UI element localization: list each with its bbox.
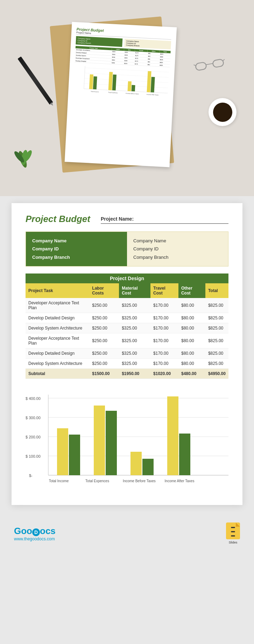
subtotal-travel: $1020.00 bbox=[150, 369, 178, 379]
project-name-line bbox=[101, 223, 228, 224]
mini-company-right: Company NameCompany IDCompany Branch bbox=[124, 39, 171, 49]
svg-line-21 bbox=[193, 64, 195, 66]
mini-table: Project Task Labor Mat. Travel Other Tot… bbox=[75, 46, 171, 67]
svg-rect-43 bbox=[130, 452, 142, 475]
table-row: Develop Detailed Design $250.00 $325.00 … bbox=[26, 348, 228, 359]
project-design-header: Project Design bbox=[26, 273, 228, 283]
svg-rect-11 bbox=[132, 85, 135, 91]
budget-table: Project Task Labor Costs Material Cost T… bbox=[26, 283, 228, 379]
top-decorative-section: Project Budget Project Name Company Name… bbox=[0, 0, 254, 196]
svg-rect-45 bbox=[167, 396, 178, 475]
company-branch-right: Company Branch bbox=[133, 253, 222, 261]
cell-material: $325.00 bbox=[119, 298, 150, 313]
svg-text:Total Income: Total Income bbox=[91, 91, 99, 93]
gooddocs-url: www.thegoodocs.com bbox=[14, 536, 56, 541]
svg-line-0 bbox=[85, 68, 169, 72]
svg-rect-12 bbox=[147, 71, 151, 92]
subtotal-total: $4950.00 bbox=[205, 369, 228, 379]
svg-text:$ 400.00: $ 400.00 bbox=[26, 396, 41, 401]
svg-rect-9 bbox=[112, 75, 117, 90]
table-row: Develop System Architecture $250.00 $325… bbox=[26, 359, 228, 369]
col-project-task: Project Task bbox=[26, 283, 89, 298]
svg-rect-46 bbox=[179, 434, 190, 475]
slides-icon-lines: ▬▬▬ bbox=[231, 525, 235, 537]
cell-labor: $250.00 bbox=[89, 298, 119, 313]
doc-header: Project Budget Project Name: bbox=[26, 214, 228, 224]
svg-text:$-: $- bbox=[29, 473, 33, 478]
cell-other: $80.00 bbox=[178, 323, 205, 333]
bar-chart: $ 400.00 $ 300.00 $ 200.00 $ 100.00 $- bbox=[26, 389, 228, 494]
company-id-right: Company ID bbox=[133, 245, 222, 253]
table-header-row: Project Task Labor Costs Material Cost T… bbox=[26, 283, 228, 298]
chart-section: $ 400.00 $ 300.00 $ 200.00 $ 100.00 $- bbox=[26, 386, 228, 494]
company-name-left: Company Name bbox=[32, 237, 121, 245]
cell-task: Developer Acceptance Text Plan bbox=[26, 333, 89, 348]
cell-other: $80.00 bbox=[178, 333, 205, 348]
cell-other: $80.00 bbox=[178, 348, 205, 359]
cell-material: $325.00 bbox=[119, 348, 150, 359]
subtotal-other: $480.00 bbox=[178, 369, 205, 379]
svg-rect-10 bbox=[128, 81, 132, 91]
plant-decoration bbox=[10, 140, 35, 168]
slides-wrapper: ▬▬▬ Slides bbox=[226, 522, 240, 544]
footer-section: GooDocs www.thegoodocs.com ▬▬▬ Slides bbox=[0, 515, 254, 551]
cell-material: $325.00 bbox=[119, 359, 150, 369]
budget-tbody: Developer Acceptance Text Plan $250.00 $… bbox=[26, 298, 228, 379]
svg-text:Income Before Taxes: Income Before Taxes bbox=[126, 92, 139, 95]
svg-rect-7 bbox=[93, 76, 97, 89]
cell-labor: $250.00 bbox=[89, 333, 119, 348]
gooddocs-logo-text: GooDocs bbox=[14, 526, 56, 536]
cell-task: Develop System Architecture bbox=[26, 323, 89, 333]
svg-text:$ 100.00: $ 100.00 bbox=[26, 454, 41, 458]
slides-label: Slides bbox=[229, 541, 238, 544]
svg-text:$ 200.00: $ 200.00 bbox=[26, 435, 41, 439]
subtotal-labor: $1500.00 bbox=[89, 369, 119, 379]
svg-text:Total Expences: Total Expences bbox=[108, 91, 118, 94]
cell-task: Develop System Architecture bbox=[26, 359, 89, 369]
company-name-right: Company Name bbox=[133, 237, 222, 245]
coffee-inner bbox=[213, 103, 232, 122]
cell-travel: $170.00 bbox=[150, 323, 178, 333]
project-name-section: Project Name: bbox=[101, 214, 228, 224]
svg-text:Income Before Taxes: Income Before Taxes bbox=[123, 479, 156, 483]
col-total: Total bbox=[205, 283, 228, 298]
table-row: Developer Acceptance Text Plan $250.00 $… bbox=[26, 333, 228, 348]
table-row: Developer Acceptance Text Plan $250.00 $… bbox=[26, 298, 228, 313]
cell-task: Develop Detailed Design bbox=[26, 313, 89, 323]
svg-text:$ 300.00: $ 300.00 bbox=[26, 416, 41, 420]
table-row: Develop System Architecture $250.00 $325… bbox=[26, 323, 228, 333]
svg-line-1 bbox=[85, 73, 169, 78]
cell-total: $825.00 bbox=[205, 359, 228, 369]
svg-rect-6 bbox=[89, 74, 93, 89]
cell-material: $325.00 bbox=[119, 323, 150, 333]
mini-document: Project Budget Project Name Company Name… bbox=[65, 22, 177, 167]
svg-rect-41 bbox=[94, 406, 105, 475]
cell-travel: $170.00 bbox=[150, 298, 178, 313]
svg-text:Total Income: Total Income bbox=[49, 479, 69, 483]
main-document: Project Budget Project Name: Company Nam… bbox=[12, 203, 242, 505]
cell-other: $80.00 bbox=[178, 313, 205, 323]
slides-icon: ▬▬▬ bbox=[226, 522, 240, 539]
cell-travel: $170.00 bbox=[150, 313, 178, 323]
svg-rect-13 bbox=[150, 77, 155, 92]
svg-rect-18 bbox=[195, 62, 207, 71]
cell-total: $825.00 bbox=[205, 348, 228, 359]
cell-labor: $250.00 bbox=[89, 348, 119, 359]
cell-total: $825.00 bbox=[205, 323, 228, 333]
company-left-panel: Company Name Company ID Company Branch bbox=[26, 232, 127, 266]
cell-travel: $170.00 bbox=[150, 333, 178, 348]
d-circle: D bbox=[32, 528, 40, 536]
pen-decoration bbox=[17, 56, 53, 105]
cell-other: $80.00 bbox=[178, 359, 205, 369]
cell-other: $80.00 bbox=[178, 298, 205, 313]
subtotal-label: Subtotal bbox=[26, 369, 89, 379]
company-section: Company Name Company ID Company Branch C… bbox=[26, 231, 228, 266]
cell-task: Developer Acceptance Text Plan bbox=[26, 298, 89, 313]
cell-labor: $250.00 bbox=[89, 359, 119, 369]
cell-labor: $250.00 bbox=[89, 323, 119, 333]
svg-text:Total Expences: Total Expences bbox=[85, 479, 109, 483]
svg-rect-44 bbox=[142, 459, 154, 475]
ocs-part: ocs bbox=[40, 526, 56, 536]
col-material-cost: Material Cost bbox=[119, 283, 150, 298]
col-travel-cost: Travel Cost bbox=[150, 283, 178, 298]
